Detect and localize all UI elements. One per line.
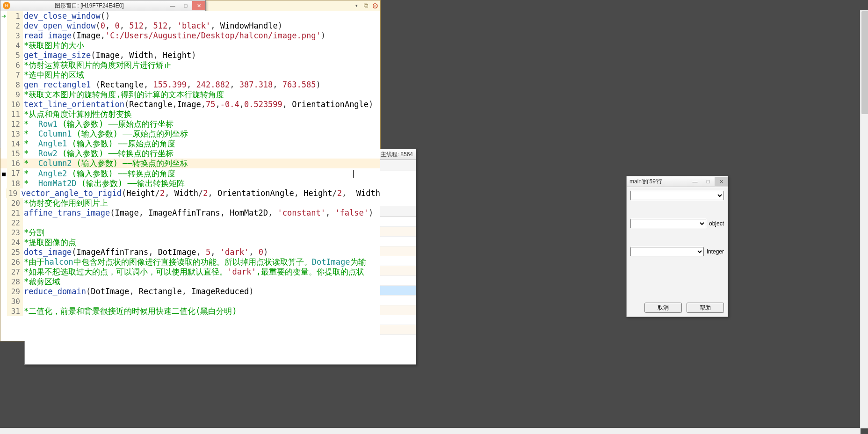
line-number: 21 [7,208,23,218]
code-content: *提取图像的点 [23,238,380,247]
code-line[interactable]: 16* Column2 (输入参数) ——转换点的列坐标 [0,159,380,168]
code-line[interactable]: 13* Column1 (输入参数) ——原始点的列坐标 [0,129,380,139]
code-line[interactable]: 19vector_angle_to_rigid(Height/2, Width/… [0,188,380,198]
code-content: text_line_orientation(Rectangle,Image,75… [23,100,380,109]
line-number: 23 [7,228,23,238]
code-line[interactable]: 11*从点和角度计算刚性仿射变换 [0,109,380,119]
help-button[interactable]: 帮助 [687,303,724,313]
dropdown-icon[interactable]: ▾ [353,2,360,9]
code-content: dev_open_window(0, 0, 512, 512, 'black',… [23,21,380,31]
line-number: 27 [7,267,23,277]
code-content: *仿射运算获取图片的角度对图片进行矫正 [23,60,380,70]
line-number: 31 [7,306,23,316]
line-number: 13 [7,129,23,139]
code-line[interactable]: ➔1dev_close_window() [0,11,380,21]
code-line[interactable]: 2dev_open_window(0, 0, 512, 512, 'black'… [0,21,380,31]
close-button[interactable]: ✕ [192,1,205,10]
line-number: 8 [7,80,23,90]
line-number: 11 [7,109,23,119]
code-content: * Column1 (输入参数) ——原始点的列坐标 [23,129,380,139]
code-line[interactable]: 24*提取图像的点 [0,238,380,247]
line-number: 5 [7,51,23,60]
code-line[interactable]: 6*仿射运算获取图片的角度对图片进行矫正 [0,60,380,70]
code-line[interactable]: 10text_line_orientation(Rectangle,Image,… [0,100,380,109]
code-content: gen_rectangle1 (Rectangle, 155.399, 242.… [23,80,380,90]
line-number: 16 [7,159,23,168]
code-content: read_image(Image,'C:/Users/Augustine/Des… [23,31,380,41]
code-content: dots_image(ImageAffinTrans, DotImage, 5,… [23,247,380,257]
code-line[interactable]: 7*选中图片的区域 [0,70,380,80]
dialog-titlebar[interactable]: main'的'59'行 — □ ✕ [627,176,728,187]
code-content [23,218,380,228]
code-line[interactable]: 17* Angle2 (输入参数) ——转换点的角度 [0,168,380,179]
scrollbar-horizontal[interactable] [0,428,861,434]
code-line[interactable]: 21affine_trans_image(Image, ImageAffinTr… [0,208,380,218]
code-content: *二值化，前景和背景很接近的时候用快速二值化(黑白分明) [23,306,380,316]
code-line[interactable]: 18* HomMat2D (输出参数) ——输出转换矩阵 [0,179,380,188]
line-number: 14 [7,139,23,149]
minimize-button[interactable]: — [688,177,702,186]
code-line[interactable]: 29reduce_domain(DotImage, Rectangle, Ima… [0,287,380,297]
code-line[interactable]: 14* Angle1 (输入参数) ——原始点的角度 [0,139,380,149]
code-line[interactable]: 26*由于halcon中包含对点状的图像进行直接读取的功能。所以掉用点状读取算子… [0,257,380,267]
code-line[interactable]: 12* Row1 (输入参数) ——原始点的行坐标 [0,119,380,129]
dialog-select-2[interactable] [630,219,706,228]
code-line[interactable]: 23*分割 [0,228,380,238]
line-number: 19 [6,188,20,198]
maximize-button[interactable]: □ [179,1,192,10]
code-line[interactable]: 3read_image(Image,'C:/Users/Augustine/De… [0,31,380,41]
line-number: 18 [7,179,23,188]
close-button[interactable]: ✕ [715,177,728,186]
code-content: *从点和角度计算刚性仿射变换 [23,109,380,119]
code-line[interactable]: 27*如果不想选取过大的点，可以调小，可以使用默认直径。'dark',最重要的变… [0,267,380,277]
code-line[interactable]: 25dots_image(ImageAffinTrans, DotImage, … [0,247,380,257]
code-line[interactable]: 4*获取图片的大小 [0,41,380,51]
code-line[interactable]: 22 [0,218,380,228]
code-content: * Angle1 (输入参数) ——原始点的角度 [23,139,380,149]
line-number: 7 [7,70,23,80]
line-number: 24 [7,238,23,247]
line-number: 4 [7,41,23,51]
code-content: *仿射变化作用到图片上 [23,198,380,208]
graphic-window-title: 图形窗口: [H19F7F24E4E0] [13,2,166,10]
dialog-select-3[interactable] [630,247,704,256]
line-number: 25 [7,247,23,257]
close-tab-icon[interactable]: ⮿ [372,2,378,9]
code-content: *由于halcon中包含对点状的图像进行直接读取的功能。所以掉用点状读取算子。D… [23,257,380,267]
code-line[interactable]: 9*获取文本图片的旋转角度,得到的计算的文本行旋转角度 [0,90,380,100]
maximize-button[interactable]: □ [702,177,715,186]
code-content: *如果不想选取过大的点，可以调小，可以使用默认直径。'dark',最重要的变量。… [23,267,380,277]
code-line[interactable]: 20*仿射变化作用到图片上 [0,198,380,208]
cancel-button[interactable]: 取消 [644,303,682,313]
line-number: 17 [7,168,23,179]
line-number: 12 [7,119,23,129]
line-number: 9 [7,90,23,100]
code-editor[interactable]: ➔1dev_close_window()2dev_open_window(0, … [0,11,380,341]
code-editor-window: ⬅ ➡ 📄 ▣ *main ( : : : ) ▾ ⧉ ⮿ ➔1dev_clos… [0,0,381,341]
code-line[interactable]: 31*二值化，前景和背景很接近的时候用快速二值化(黑白分明) [0,306,380,316]
code-content: * Row1 (输入参数) ——原始点的行坐标 [23,119,380,129]
scrollbar-vertical[interactable] [860,10,868,428]
code-content: * HomMat2D (输出参数) ——输出转换矩阵 [23,179,380,188]
line-number: 30 [7,297,23,306]
minimize-button[interactable]: — [166,1,179,10]
code-line[interactable]: 30 [0,297,380,306]
code-content: get_image_size(Image, Width, Height) [23,51,380,60]
dialog-select-1[interactable] [630,191,724,200]
scrollbar-thumb[interactable] [861,11,868,114]
line-number: 22 [7,218,23,228]
code-line[interactable]: 5get_image_size(Image, Width, Height) [0,51,380,60]
code-content: *裁剪区域 [23,277,380,287]
line-number: 1 [7,11,23,21]
code-line[interactable]: 28*裁剪区域 [0,277,380,287]
line-number: 28 [7,277,23,287]
code-content: * Column2 (输入参数) ——转换点的列坐标 [23,159,380,168]
code-content: *分割 [23,228,380,238]
copy-icon[interactable]: ⧉ [362,2,369,9]
code-line[interactable]: 15* Row2 (输入参数) ——转换点的行坐标 [0,149,380,159]
graphic-window-titlebar[interactable]: H 图形窗口: [H19F7F24E4E0] — □ ✕ [0,0,205,11]
code-content: * Angle2 (输入参数) ——转换点的角度 [23,168,380,179]
parameter-dialog: main'的'59'行 — □ ✕ object integer 取消 帮助 [626,176,728,317]
code-line[interactable]: 8gen_rectangle1 (Rectangle, 155.399, 242… [0,80,380,90]
line-number: 6 [7,60,23,70]
